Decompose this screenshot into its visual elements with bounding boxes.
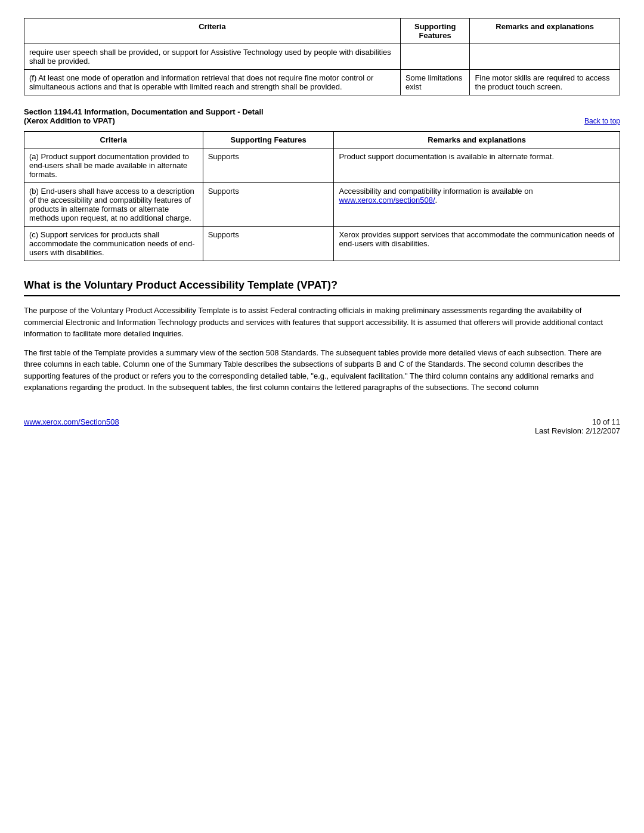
last-revision: Last Revision: 2/12/2007: [535, 426, 620, 435]
footer-link[interactable]: www.xerox.com/Section508: [24, 417, 119, 426]
top-table: Criteria Supporting Features Remarks and…: [24, 18, 620, 95]
section-title-line2: (Xerox Addition to VPAT): [24, 116, 264, 125]
col-remarks-1: Remarks and explanations: [470, 18, 620, 44]
supporting-cell-b: Supports: [203, 183, 334, 227]
page-info: 10 of 11: [535, 417, 620, 426]
xerox-section508-link[interactable]: www.xerox.com/section508/: [339, 196, 435, 205]
section-header: Section 1194.41 Information, Documentati…: [24, 107, 620, 125]
supporting-cell: [400, 44, 470, 70]
criteria-cell: (f) At least one mode of operation and i…: [24, 70, 401, 95]
vpat-section: What is the Voluntary Product Accessibil…: [24, 279, 620, 394]
remarks-cell-a: Product support documentation is availab…: [334, 148, 620, 183]
criteria-cell-c: (c) Support services for products shall …: [24, 227, 203, 261]
remarks-cell: [470, 44, 620, 70]
supporting-cell-a: Supports: [203, 148, 334, 183]
section-title-line1: Section 1194.41 Information, Documentati…: [24, 107, 264, 116]
table-row: (a) Product support documentation provid…: [24, 148, 620, 183]
col-criteria-2: Criteria: [24, 132, 203, 148]
footer-right: 10 of 11 Last Revision: 2/12/2007: [535, 417, 620, 435]
vpat-para-1: The purpose of the Voluntary Product Acc…: [24, 305, 620, 340]
section-title-block: Section 1194.41 Information, Documentati…: [24, 107, 264, 125]
vpat-para-2: The first table of the Template provides…: [24, 347, 620, 394]
footer: www.xerox.com/Section508 10 of 11 Last R…: [24, 417, 620, 435]
col-supporting-1: Supporting Features: [400, 18, 470, 44]
supporting-cell: Some limitations exist: [400, 70, 470, 95]
col-remarks-2: Remarks and explanations: [334, 132, 620, 148]
remarks-cell-c: Xerox provides support services that acc…: [334, 227, 620, 261]
supporting-cell-c: Supports: [203, 227, 334, 261]
remarks-cell-b: Accessibility and compatibility informat…: [334, 183, 620, 227]
back-to-top-link[interactable]: Back to top: [584, 117, 620, 125]
footer-link-container: www.xerox.com/Section508: [24, 417, 119, 435]
criteria-cell: require user speech shall be provided, o…: [24, 44, 401, 70]
criteria-cell-a: (a) Product support documentation provid…: [24, 148, 203, 183]
vpat-title: What is the Voluntary Product Accessibil…: [24, 279, 620, 296]
table-row: (b) End-users shall have access to a des…: [24, 183, 620, 227]
remarks-cell: Fine motor skills are required to access…: [470, 70, 620, 95]
col-criteria-1: Criteria: [24, 18, 401, 44]
table-row: (c) Support services for products shall …: [24, 227, 620, 261]
criteria-cell-b: (b) End-users shall have access to a des…: [24, 183, 203, 227]
col-supporting-2: Supporting Features: [203, 132, 334, 148]
table-row: (f) At least one mode of operation and i…: [24, 70, 620, 95]
main-table: Criteria Supporting Features Remarks and…: [24, 131, 620, 261]
table-row: require user speech shall be provided, o…: [24, 44, 620, 70]
